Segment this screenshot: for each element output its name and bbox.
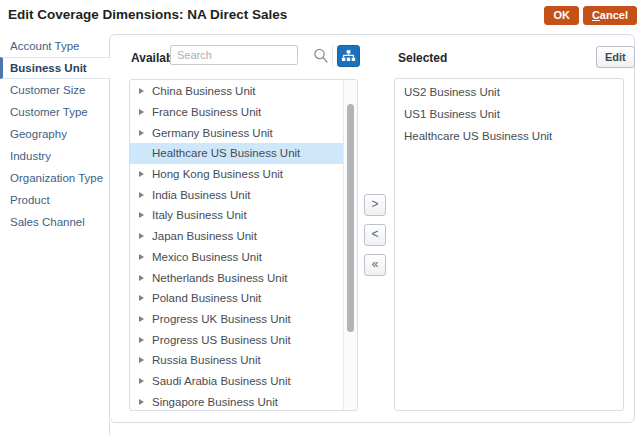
tree-item-label: Progress US Business Unit bbox=[152, 334, 291, 346]
expand-arrow-icon[interactable] bbox=[139, 233, 152, 239]
move-right-button[interactable]: > bbox=[364, 194, 386, 216]
sidebar-item-product[interactable]: Product bbox=[0, 189, 109, 211]
sidebar-item-customer-size[interactable]: Customer Size bbox=[0, 79, 109, 101]
sidebar-item-account-type[interactable]: Account Type bbox=[0, 35, 109, 57]
expand-arrow-icon[interactable] bbox=[139, 212, 152, 218]
tree-item-label: Saudi Arabia Business Unit bbox=[152, 375, 291, 387]
tree-item-label: Mexico Business Unit bbox=[152, 251, 262, 263]
sidebar-item-industry[interactable]: Industry bbox=[0, 145, 109, 167]
tree-item-label: Healthcare US Business Unit bbox=[152, 147, 300, 159]
tree-item-label: Italy Business Unit bbox=[152, 209, 247, 221]
edit-button[interactable]: Edit bbox=[596, 46, 635, 68]
search-input[interactable] bbox=[170, 45, 298, 65]
tree-item-mexico-business-unit[interactable]: Mexico Business Unit bbox=[130, 247, 344, 268]
tree-item-germany-business-unit[interactable]: Germany Business Unit bbox=[130, 122, 344, 143]
sidebar-item-customer-type[interactable]: Customer Type bbox=[0, 101, 109, 123]
sidebar-item-organization-type[interactable]: Organization Type bbox=[0, 167, 109, 189]
tree-item-france-business-unit[interactable]: France Business Unit bbox=[130, 102, 344, 123]
tree-item-label: India Business Unit bbox=[152, 189, 250, 201]
header-actions: OK Cancel bbox=[544, 6, 637, 25]
tree-item-progress-us-business-unit[interactable]: Progress US Business Unit bbox=[130, 329, 344, 350]
tree-item-hong-kong-business-unit[interactable]: Hong Kong Business Unit bbox=[130, 164, 344, 185]
selected-item-us1-business-unit[interactable]: US1 Business Unit bbox=[395, 103, 623, 125]
expand-arrow-icon[interactable] bbox=[139, 192, 152, 198]
tree-item-progress-uk-business-unit[interactable]: Progress UK Business Unit bbox=[130, 309, 344, 330]
tree-item-label: France Business Unit bbox=[152, 106, 261, 118]
tree-item-saudi-arabia-business-unit[interactable]: Saudi Arabia Business Unit bbox=[130, 371, 344, 392]
tree-item-label: Singapore Business Unit bbox=[152, 396, 278, 408]
selected-item-label: Healthcare US Business Unit bbox=[404, 130, 552, 142]
tree-item-label: Netherlands Business Unit bbox=[152, 272, 288, 284]
scrollbar-track[interactable] bbox=[343, 80, 357, 410]
tree-item-singapore-business-unit[interactable]: Singapore Business Unit bbox=[130, 391, 344, 411]
hierarchy-view-button[interactable] bbox=[337, 45, 360, 67]
expand-arrow-icon[interactable] bbox=[139, 130, 152, 136]
selected-item-label: US1 Business Unit bbox=[404, 108, 500, 120]
coverage-panel: Available China Business UnitFrance Busi… bbox=[109, 34, 635, 423]
tree-item-italy-business-unit[interactable]: Italy Business Unit bbox=[130, 205, 344, 226]
expand-arrow-icon[interactable] bbox=[139, 295, 152, 301]
selected-list: US2 Business UnitUS1 Business UnitHealth… bbox=[394, 78, 624, 411]
selected-label: Selected bbox=[398, 51, 447, 65]
shuttle-controls: > < « bbox=[364, 194, 386, 276]
sidebar-divider bbox=[109, 421, 110, 435]
expand-arrow-icon[interactable] bbox=[139, 337, 152, 343]
tree-item-label: China Business Unit bbox=[152, 85, 256, 97]
expand-arrow-icon[interactable] bbox=[139, 88, 152, 94]
tree-item-china-business-unit[interactable]: China Business Unit bbox=[130, 81, 344, 102]
ok-button[interactable]: OK bbox=[544, 6, 579, 25]
page-title: Edit Coverage Dimensions: NA Direct Sale… bbox=[8, 7, 287, 22]
available-tree: China Business UnitFrance Business UnitG… bbox=[130, 80, 344, 410]
move-all-left-button[interactable]: « bbox=[364, 254, 386, 276]
sidebar-item-sales-channel[interactable]: Sales Channel bbox=[0, 211, 109, 233]
expand-arrow-icon[interactable] bbox=[139, 171, 152, 177]
tree-item-label: Germany Business Unit bbox=[152, 127, 273, 139]
sidebar-item-geography[interactable]: Geography bbox=[0, 123, 109, 145]
sidebar-item-business-unit[interactable]: Business Unit bbox=[0, 57, 110, 79]
tree-item-india-business-unit[interactable]: India Business Unit bbox=[130, 184, 344, 205]
search-icon[interactable] bbox=[312, 47, 330, 65]
tree-item-label: Progress UK Business Unit bbox=[152, 313, 291, 325]
expand-arrow-icon[interactable] bbox=[139, 399, 152, 405]
move-left-button[interactable]: < bbox=[364, 224, 386, 246]
tree-item-poland-business-unit[interactable]: Poland Business Unit bbox=[130, 288, 344, 309]
tree-item-label: Poland Business Unit bbox=[152, 292, 261, 304]
dimension-tabs: Account TypeBusiness UnitCustomer SizeCu… bbox=[0, 35, 109, 233]
scrollbar-thumb[interactable] bbox=[347, 104, 354, 332]
tree-item-russia-business-unit[interactable]: Russia Business Unit bbox=[130, 350, 344, 371]
toolbar-divider bbox=[332, 45, 333, 67]
hierarchy-icon bbox=[341, 49, 356, 64]
tree-item-healthcare-us-business-unit[interactable]: Healthcare US Business Unit bbox=[130, 143, 344, 164]
tree-item-label: Japan Business Unit bbox=[152, 230, 257, 242]
selected-item-label: US2 Business Unit bbox=[404, 86, 500, 98]
available-list: China Business UnitFrance Business UnitG… bbox=[129, 79, 358, 411]
expand-arrow-icon[interactable] bbox=[139, 254, 152, 260]
tree-item-label: Hong Kong Business Unit bbox=[152, 168, 283, 180]
expand-arrow-icon[interactable] bbox=[139, 378, 152, 384]
tree-item-japan-business-unit[interactable]: Japan Business Unit bbox=[130, 226, 344, 247]
expand-arrow-icon[interactable] bbox=[139, 316, 152, 322]
expand-arrow-icon[interactable] bbox=[139, 109, 152, 115]
tree-item-netherlands-business-unit[interactable]: Netherlands Business Unit bbox=[130, 267, 344, 288]
cancel-button[interactable]: Cancel bbox=[583, 6, 637, 25]
tree-item-label: Russia Business Unit bbox=[152, 354, 261, 366]
selected-item-us2-business-unit[interactable]: US2 Business Unit bbox=[395, 81, 623, 103]
selected-item-healthcare-us-business-unit[interactable]: Healthcare US Business Unit bbox=[395, 125, 623, 147]
expand-arrow-icon[interactable] bbox=[139, 357, 152, 363]
expand-arrow-icon[interactable] bbox=[139, 275, 152, 281]
